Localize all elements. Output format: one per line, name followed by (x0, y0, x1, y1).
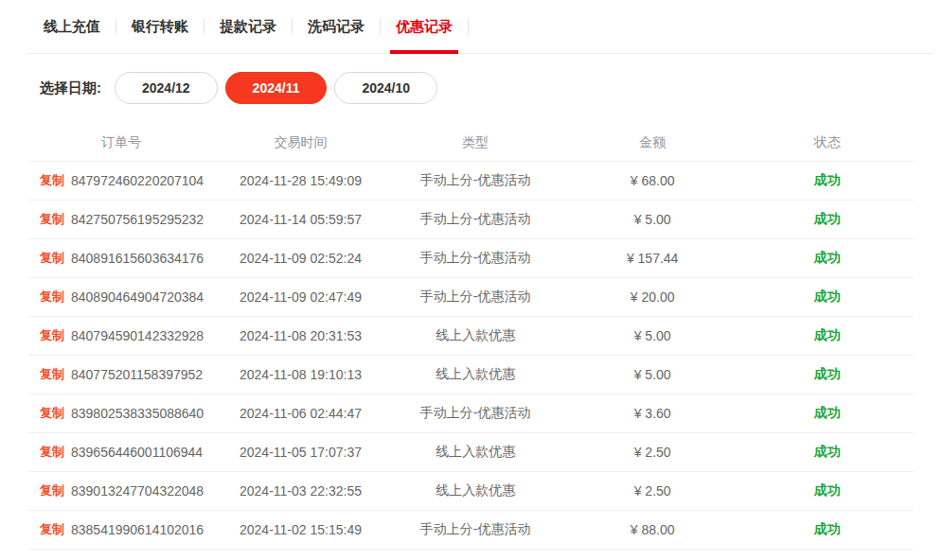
table-row: 复制 840890464904720384 2024-11-09 02:47:4… (28, 278, 914, 317)
amount-cell: ¥ 20.00 (564, 289, 741, 305)
active-tab-indicator (390, 50, 458, 54)
tab-online-deposit[interactable]: 线上充值 (28, 0, 116, 53)
table-header-row: 订单号 交易时间 类型 金额 状态 (28, 124, 914, 162)
type-cell: 手动上分-优惠活动 (387, 289, 564, 306)
type-cell: 手动上分-优惠活动 (387, 172, 564, 189)
copy-button[interactable]: 复制 (40, 444, 64, 461)
transaction-time: 2024-11-05 17:07:37 (214, 445, 386, 460)
transaction-time: 2024-11-06 02:44:47 (214, 406, 386, 421)
copy-button[interactable]: 复制 (40, 250, 64, 267)
copy-button[interactable]: 复制 (40, 172, 64, 189)
transaction-time: 2024-11-08 19:10:13 (214, 367, 386, 382)
status-cell: 成功 (741, 327, 914, 344)
status-cell: 成功 (741, 482, 914, 499)
amount-cell: ¥ 5.00 (564, 212, 741, 227)
type-cell: 线上入款优惠 (387, 366, 564, 383)
header-order-id: 订单号 (28, 134, 214, 151)
status-cell: 成功 (741, 521, 914, 538)
tab-withdrawal-records[interactable]: 提款记录 (205, 0, 292, 53)
date-pill-2024-11[interactable]: 2024/11 (225, 72, 328, 104)
order-id: 838541990614102016 (71, 522, 204, 537)
table-row: 复制 839656446001106944 2024-11-05 17:07:3… (28, 433, 914, 472)
order-cell: 复制 838541990614102016 (28, 521, 214, 538)
type-cell: 线上入款优惠 (387, 444, 564, 461)
order-id: 840794590142332928 (71, 328, 204, 343)
date-filter-label: 选择日期: (40, 79, 101, 97)
tab-bank-transfer[interactable]: 银行转账 (116, 0, 204, 53)
order-id: 840891615603634176 (71, 251, 204, 266)
type-cell: 线上入款优惠 (387, 327, 564, 344)
type-cell: 手动上分-优惠活动 (387, 405, 564, 422)
table-row: 复制 847972460220207104 2024-11-28 15:49:0… (28, 162, 914, 201)
transaction-time: 2024-11-14 05:59:57 (214, 212, 386, 227)
status-cell: 成功 (741, 444, 914, 461)
amount-cell: ¥ 5.00 (564, 367, 741, 382)
table-row: 复制 839013247704322048 2024-11-03 22:32:5… (28, 472, 914, 511)
copy-button[interactable]: 复制 (40, 211, 64, 228)
record-tabs: 线上充值 银行转账 提款记录 洗码记录 优惠记录 (28, 0, 933, 54)
type-cell: 手动上分-优惠活动 (387, 211, 564, 228)
copy-button[interactable]: 复制 (40, 521, 64, 538)
copy-button[interactable]: 复制 (40, 289, 64, 306)
header-time: 交易时间 (214, 134, 386, 151)
table-row: 复制 838541990614102016 2024-11-02 15:15:4… (28, 511, 914, 550)
type-cell: 线上入款优惠 (387, 482, 564, 499)
order-cell: 复制 840891615603634176 (28, 250, 214, 267)
order-cell: 复制 840775201158397952 (28, 366, 214, 383)
copy-button[interactable]: 复制 (40, 405, 64, 422)
status-cell: 成功 (741, 405, 914, 422)
copy-button[interactable]: 复制 (40, 327, 64, 344)
type-cell: 手动上分-优惠活动 (387, 250, 564, 267)
amount-cell: ¥ 88.00 (564, 522, 741, 537)
status-cell: 成功 (741, 366, 914, 383)
tab-promo-records-label: 优惠记录 (396, 18, 453, 36)
order-id: 839013247704322048 (71, 483, 204, 499)
header-status: 状态 (741, 134, 914, 151)
transaction-time: 2024-11-02 15:15:49 (214, 522, 386, 537)
table-row: 复制 840891615603634176 2024-11-09 02:52:2… (28, 239, 914, 278)
order-cell: 复制 840794590142332928 (28, 327, 214, 344)
amount-cell: ¥ 2.50 (564, 445, 741, 460)
tab-rebate-records[interactable]: 洗码记录 (293, 0, 380, 53)
transaction-time: 2024-11-08 20:31:53 (214, 328, 386, 343)
status-cell: 成功 (741, 211, 914, 228)
status-cell: 成功 (741, 289, 914, 306)
copy-button[interactable]: 复制 (40, 482, 64, 499)
tab-promo-records[interactable]: 优惠记录 (381, 0, 468, 53)
transaction-time: 2024-11-09 02:47:49 (214, 289, 386, 305)
date-filter: 选择日期: 2024/12 2024/11 2024/10 (40, 72, 943, 104)
order-id: 839656446001106944 (71, 445, 203, 460)
order-cell: 复制 847972460220207104 (28, 172, 214, 189)
transaction-time: 2024-11-28 15:49:09 (214, 173, 386, 188)
order-cell: 复制 839656446001106944 (28, 444, 214, 461)
tab-separator (468, 18, 469, 35)
status-cell: 成功 (741, 172, 914, 189)
order-id: 839802538335088640 (71, 406, 204, 421)
table-body: 复制 847972460220207104 2024-11-28 15:49:0… (28, 162, 914, 550)
table-row: 复制 840794590142332928 2024-11-08 20:31:5… (28, 317, 914, 356)
amount-cell: ¥ 68.00 (564, 173, 741, 188)
table-row: 复制 840775201158397952 2024-11-08 19:10:1… (28, 356, 914, 394)
status-cell: 成功 (741, 250, 914, 267)
transaction-time: 2024-11-09 02:52:24 (214, 251, 386, 266)
header-type: 类型 (387, 134, 564, 151)
order-id: 842750756195295232 (71, 212, 204, 227)
date-pill-2024-10[interactable]: 2024/10 (334, 72, 437, 104)
order-cell: 复制 839802538335088640 (28, 405, 214, 422)
transaction-time: 2024-11-03 22:32:55 (214, 483, 386, 499)
order-cell: 复制 840890464904720384 (28, 289, 214, 306)
order-cell: 复制 839013247704322048 (28, 482, 214, 499)
table-row: 复制 839802538335088640 2024-11-06 02:44:4… (28, 394, 914, 433)
promo-records-table: 订单号 交易时间 类型 金额 状态 复制 847972460220207104 … (28, 124, 914, 550)
header-amount: 金额 (564, 134, 741, 151)
copy-button[interactable]: 复制 (40, 366, 64, 383)
date-pill-2024-12[interactable]: 2024/12 (115, 72, 218, 104)
amount-cell: ¥ 157.44 (564, 251, 741, 266)
order-id: 840890464904720384 (71, 289, 204, 305)
amount-cell: ¥ 5.00 (564, 328, 741, 343)
order-id: 847972460220207104 (71, 173, 204, 188)
order-cell: 复制 842750756195295232 (28, 211, 214, 228)
type-cell: 手动上分-优惠活动 (387, 521, 564, 538)
table-row: 复制 842750756195295232 2024-11-14 05:59:5… (28, 201, 914, 239)
amount-cell: ¥ 3.60 (564, 406, 741, 421)
